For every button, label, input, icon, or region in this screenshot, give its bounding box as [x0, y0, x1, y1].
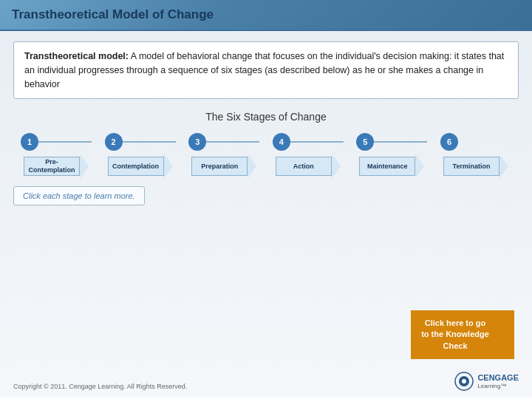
- main-content: Transtheoretical model: A model of behav…: [0, 31, 532, 398]
- stage-item-2[interactable]: 2Contemplation: [105, 133, 176, 179]
- svg-point-2: [462, 379, 466, 383]
- stage-label-6: Termination: [443, 163, 499, 171]
- stages-section: 1Pre-Contemplation2Contemplation3Prepara…: [13, 133, 519, 179]
- cengage-icon: [454, 371, 474, 392]
- stage-label-4: Action: [276, 163, 332, 171]
- stage-label-2: Contemplation: [108, 163, 164, 171]
- stage-item-3[interactable]: 3Preparation: [188, 133, 259, 179]
- stage-number-5: 5: [356, 133, 374, 151]
- six-stages-title: The Six Stages of Change: [13, 111, 519, 123]
- stage-number-4: 4: [273, 133, 290, 151]
- stage-number-3: 3: [188, 133, 206, 151]
- stage-label-3: Preparation: [191, 163, 248, 171]
- click-info: Click each stage to learn more.: [13, 186, 145, 205]
- stage-item-1[interactable]: 1Pre-Contemplation: [21, 133, 92, 179]
- stage-number-2: 2: [105, 133, 123, 151]
- copyright: Copyright © 2011. Cengage Learning. All …: [13, 383, 187, 390]
- stage-number-6: 6: [440, 133, 458, 151]
- cengage-sub: Learning™: [477, 383, 519, 389]
- header: Transtheoretical Model of Change: [0, 0, 532, 31]
- definition-box: Transtheoretical model: A model of behav…: [13, 41, 519, 99]
- stage-item-6[interactable]: 6Termination: [440, 133, 511, 179]
- cengage-logo: CENGAGE Learning™: [454, 371, 519, 392]
- stage-number-1: 1: [21, 133, 38, 151]
- stage-item-5[interactable]: 5Maintenance: [356, 133, 427, 179]
- knowledge-check-arrow: [499, 314, 514, 355]
- horizontal-stages: 1Pre-Contemplation2Contemplation3Prepara…: [21, 133, 511, 179]
- knowledge-check-button[interactable]: Click here to go to the Knowledge Check: [411, 310, 514, 359]
- stage-item-4[interactable]: 4Action: [273, 133, 344, 179]
- stage-label-5: Maintenance: [359, 163, 415, 171]
- cengage-name: CENGAGE: [477, 373, 519, 382]
- page-title: Transtheoretical Model of Change: [12, 7, 214, 21]
- definition-term: Transtheoretical model:: [24, 51, 129, 61]
- stage-label-1: Pre-Contemplation: [24, 158, 80, 174]
- knowledge-check-label: Click here to go to the Knowledge Check: [421, 318, 489, 350]
